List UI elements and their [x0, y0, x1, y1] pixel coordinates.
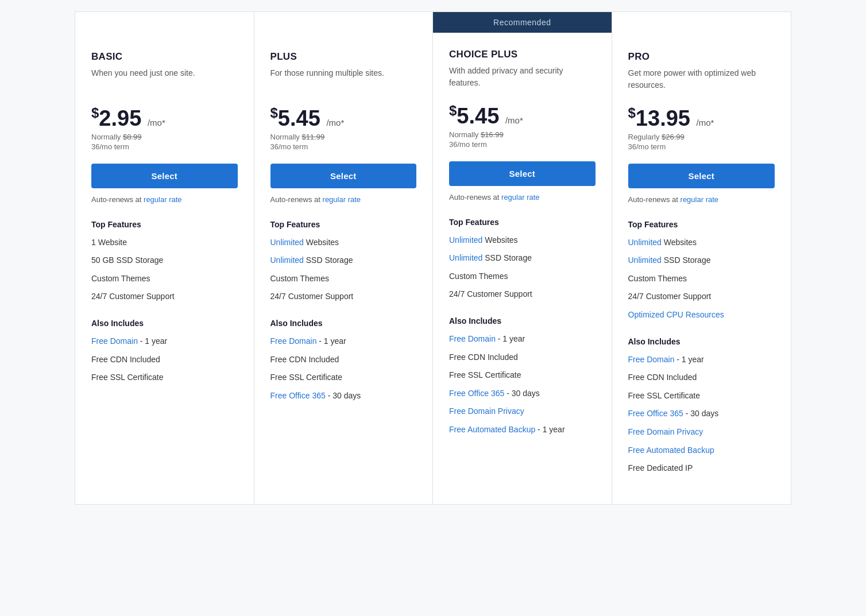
also-list-pro: Free Domain - 1 yearFree CDN IncludedFre… — [628, 354, 775, 474]
feature-link[interactable]: Unlimited — [270, 255, 304, 265]
top-features-title-plus: Top Features — [270, 220, 417, 229]
feature-list-choice-plus: Unlimited WebsitesUnlimited SSD StorageC… — [449, 235, 596, 300]
plan-content-choice-plus: CHOICE PLUSWith added privacy and securi… — [433, 33, 612, 466]
list-item: Free SSL Certificate — [91, 372, 238, 383]
list-item: 24/7 Customer Support — [449, 289, 596, 300]
plan-name-pro: PRO — [628, 51, 775, 63]
list-item: Free CDN Included — [270, 354, 417, 366]
also-feature-link[interactable]: Free Domain — [449, 334, 496, 343]
list-item: 1 Website — [91, 237, 238, 249]
list-item: Free Domain - 1 year — [449, 334, 596, 345]
also-feature-link[interactable]: Free Automated Backup — [449, 425, 535, 434]
also-feature-link[interactable]: Free Office 365 — [628, 409, 683, 418]
list-item: Custom Themes — [91, 273, 238, 285]
feature-link[interactable]: Unlimited — [449, 253, 482, 262]
regular-rate-link[interactable]: regular rate — [323, 195, 361, 204]
list-item: Optimized CPU Resources — [628, 309, 775, 321]
feature-link[interactable]: Optimized CPU Resources — [628, 310, 724, 319]
feature-link[interactable]: Unlimited — [449, 235, 482, 245]
plan-desc-plus: For those running multiple sites. — [270, 67, 417, 95]
select-button-pro[interactable]: Select — [628, 164, 775, 188]
also-feature-link[interactable]: Free Domain — [91, 336, 138, 346]
also-includes-title-pro: Also Includes — [628, 337, 775, 346]
also-feature-link[interactable]: Free Domain — [628, 355, 675, 364]
feature-list-plus: Unlimited WebsitesUnlimited SSD StorageC… — [270, 237, 417, 303]
list-item: Unlimited SSD Storage — [270, 255, 417, 266]
feature-list-pro: Unlimited WebsitesUnlimited SSD StorageC… — [628, 237, 775, 321]
per-mo: /mo* — [697, 118, 714, 127]
feature-list-basic: 1 Website50 GB SSD StorageCustom Themes2… — [91, 237, 238, 303]
feature-link[interactable]: Unlimited — [628, 238, 662, 247]
per-mo: /mo* — [326, 118, 344, 127]
plan-term-basic: 36/mo term — [91, 142, 238, 151]
list-item: Free Domain - 1 year — [91, 336, 238, 347]
plan-price-choice-plus: $5.45 /mo* — [449, 104, 596, 127]
regular-rate-link[interactable]: regular rate — [681, 195, 718, 204]
list-item: Free Office 365 - 30 days — [628, 408, 775, 420]
plan-normally-pro: Regularly $26.99 — [628, 133, 775, 141]
plan-name-choice-plus: CHOICE PLUS — [449, 49, 596, 60]
plan-normally-choice-plus: Normally $16.99 — [449, 130, 596, 139]
also-includes-title-plus: Also Includes — [270, 319, 417, 328]
also-includes-title-basic: Also Includes — [91, 319, 238, 328]
plan-desc-pro: Get more power with optimized web resour… — [628, 67, 775, 95]
plan-name-plus: PLUS — [270, 51, 417, 63]
select-button-plus[interactable]: Select — [270, 164, 417, 188]
regular-rate-link[interactable]: regular rate — [501, 193, 539, 202]
top-features-title-pro: Top Features — [628, 220, 775, 229]
list-item: 50 GB SSD Storage — [91, 255, 238, 266]
pricing-wrapper: BASICWhen you need just one site.$2.95 /… — [65, 0, 801, 516]
also-includes-title-choice-plus: Also Includes — [449, 316, 596, 326]
auto-renews-basic: Auto-renews at regular rate — [91, 195, 238, 204]
also-feature-link[interactable]: Free Domain — [270, 336, 317, 346]
also-feature-link[interactable]: Free Office 365 — [270, 391, 326, 400]
plan-col-basic: BASICWhen you need just one site.$2.95 /… — [75, 12, 254, 504]
original-price: $26.99 — [662, 133, 685, 141]
list-item: Unlimited Websites — [270, 237, 417, 249]
plan-desc-choice-plus: With added privacy and security features… — [449, 65, 596, 92]
list-item: Free Dedicated IP — [628, 463, 775, 474]
list-item: Unlimited Websites — [628, 237, 775, 249]
list-item: Free Automated Backup - 1 year — [449, 424, 596, 436]
no-banner-spacer — [612, 12, 791, 35]
also-feature-link[interactable]: Free Office 365 — [449, 389, 504, 398]
list-item: Free Office 365 - 30 days — [270, 390, 417, 402]
per-mo: /mo* — [148, 118, 165, 127]
list-item: Free CDN Included — [449, 352, 596, 363]
top-features-title-basic: Top Features — [91, 220, 238, 229]
list-item: Free SSL Certificate — [628, 390, 775, 402]
also-list-plus: Free Domain - 1 yearFree CDN IncludedFre… — [270, 336, 417, 401]
plan-content-pro: PROGet more power with optimized web res… — [612, 35, 791, 504]
original-price: $16.99 — [481, 130, 504, 139]
no-banner-spacer — [254, 12, 433, 35]
select-button-basic[interactable]: Select — [91, 164, 238, 188]
currency-symbol: $ — [270, 105, 278, 121]
list-item: Free Domain - 1 year — [628, 354, 775, 366]
plan-content-plus: PLUSFor those running multiple sites.$5.… — [254, 35, 433, 431]
list-item: Free CDN Included — [91, 354, 238, 366]
plan-normally-basic: Normally $8.99 — [91, 133, 238, 141]
pricing-grid: BASICWhen you need just one site.$2.95 /… — [75, 11, 791, 505]
feature-link[interactable]: Unlimited — [270, 238, 304, 247]
plan-price-row-basic: $2.95 /mo* — [91, 106, 238, 129]
list-item: Unlimited Websites — [449, 235, 596, 246]
also-feature-link[interactable]: Free Automated Backup — [628, 445, 714, 455]
feature-link[interactable]: Unlimited — [628, 255, 662, 265]
currency-symbol: $ — [91, 105, 99, 121]
also-feature-link[interactable]: Free Domain Privacy — [449, 406, 524, 416]
select-button-choice-plus[interactable]: Select — [449, 161, 596, 186]
plan-price-plus: $5.45 /mo* — [270, 106, 417, 129]
also-feature-link[interactable]: Free Domain Privacy — [628, 427, 703, 436]
regular-rate-link[interactable]: regular rate — [144, 195, 181, 204]
list-item: Free Office 365 - 30 days — [449, 388, 596, 400]
list-item: Free Automated Backup — [628, 445, 775, 456]
recommended-banner: Recommended — [433, 12, 612, 33]
list-item: Free Domain - 1 year — [270, 336, 417, 347]
plan-content-basic: BASICWhen you need just one site.$2.95 /… — [75, 35, 254, 413]
plan-price-row-pro: $13.95 /mo* — [628, 106, 775, 129]
list-item: Unlimited SSD Storage — [449, 253, 596, 264]
list-item: Free SSL Certificate — [449, 370, 596, 381]
list-item: 24/7 Customer Support — [628, 291, 775, 303]
original-price: $8.99 — [123, 133, 142, 141]
list-item: Unlimited SSD Storage — [628, 255, 775, 266]
